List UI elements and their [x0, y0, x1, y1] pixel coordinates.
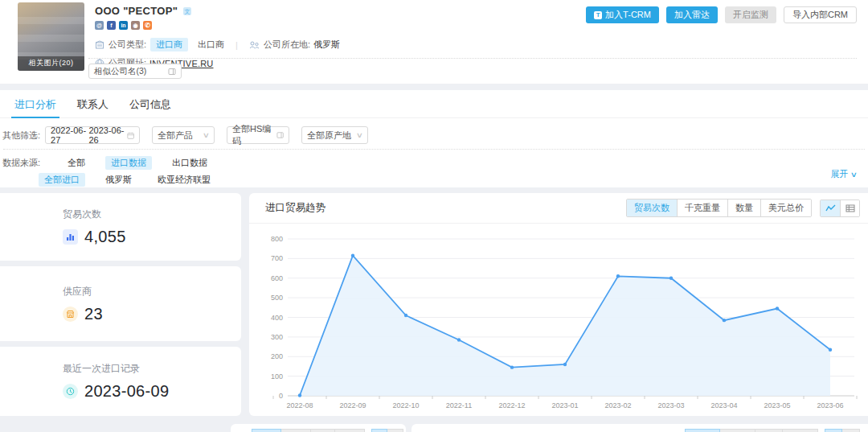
product-select[interactable]: 全部产品 ∨	[152, 126, 215, 144]
chevron-down-icon: ∨	[203, 131, 210, 139]
tab-company-info[interactable]: 公司信息	[129, 90, 171, 118]
chart-title: 进口贸易趋势	[265, 201, 326, 215]
toggle-quantity[interactable]: 数量	[727, 200, 760, 216]
date-range-picker[interactable]: 2022-06-27 2023-06-26	[45, 126, 140, 144]
stat-label: 贸易次数	[63, 208, 241, 221]
tab-bar: 进口分析 联系人 公司信息	[0, 90, 868, 118]
chevron-down-icon: ∨	[850, 171, 858, 179]
trend-line-chart[interactable]: 01002003004005006007008002022-082022-092…	[264, 229, 858, 413]
company-photo[interactable]: 相关图片(20)	[18, 2, 84, 71]
translate-icon[interactable]: 文	[182, 6, 192, 16]
stat-label: 供应商	[63, 285, 241, 298]
dotted-separator	[88, 58, 857, 59]
line-chart-view-icon[interactable]	[821, 200, 840, 216]
svg-text:0: 0	[279, 392, 283, 400]
sub-option-all-import[interactable]: 全部进口	[39, 173, 85, 187]
social-links: @ f in ◉ ✆	[95, 21, 340, 30]
panel-icon	[276, 131, 284, 139]
expand-link[interactable]: 展开 ∨	[830, 168, 857, 180]
source-option-all[interactable]: 全部	[62, 156, 91, 170]
exporter-tag[interactable]: 出口商	[198, 39, 224, 51]
svg-text:700: 700	[271, 254, 283, 262]
filter-label: 其他筛选:	[2, 130, 40, 142]
stat-card-suppliers: 供应商 23	[0, 266, 241, 341]
toggle-trade-count[interactable]: 贸易次数	[627, 200, 677, 216]
import-crm-button[interactable]: 导入内部CRM	[784, 6, 857, 23]
chart-header: 进口贸易趋势 贸易次数 千克重量 数量 美元总价	[249, 193, 868, 224]
data-source-label: 数据来源:	[2, 157, 40, 169]
svg-text:2023-06: 2023-06	[817, 401, 843, 409]
similar-company-select[interactable]: 相似公司名(3)	[88, 64, 182, 79]
svg-text:100: 100	[271, 372, 283, 381]
company-name: OOO "PECTOP"	[95, 5, 178, 17]
data-source-row: 数据来源: 全部 进口数据 出口数据	[2, 156, 213, 170]
svg-text:200: 200	[271, 352, 283, 360]
tab-import-analysis[interactable]: 进口分析	[14, 90, 56, 118]
svg-text:300: 300	[271, 333, 283, 341]
svg-text:2022-12: 2022-12	[498, 401, 525, 409]
stat-value: 2023-06-09	[84, 382, 169, 401]
crm-company-page: 相关图片(20) OOO "PECTOP" 文 @ f in ◉ ✆ 公司类型:…	[0, 0, 868, 432]
phone-icon[interactable]: ✆	[143, 21, 152, 30]
add-tcrm-button[interactable]: T 加入T-CRM	[586, 6, 659, 23]
date-start: 2022-06-27	[51, 125, 88, 145]
svg-text:2023-03: 2023-03	[657, 401, 684, 409]
svg-text:800: 800	[271, 235, 283, 243]
svg-text:2023-01: 2023-01	[551, 401, 578, 409]
origin-select[interactable]: 全部原产地 ∨	[301, 126, 368, 144]
add-radar-button[interactable]: 加入雷达	[666, 6, 718, 23]
svg-text:2023-05: 2023-05	[764, 401, 790, 409]
dotted-separator	[3, 149, 865, 150]
start-monitor-button[interactable]: 开启监测	[725, 6, 776, 23]
svg-text:2022-08: 2022-08	[286, 401, 313, 409]
tab-contacts[interactable]: 联系人	[77, 90, 108, 118]
source-option-export[interactable]: 出口数据	[166, 156, 213, 170]
origin-select-value: 全部原产地	[307, 130, 351, 142]
sub-option-eaeu[interactable]: 欧亚经济联盟	[152, 173, 216, 187]
similar-company-select-value: 相似公司名(3)	[94, 66, 146, 77]
instagram-icon[interactable]: ◉	[131, 21, 140, 30]
stat-label: 最近一次进口记录	[63, 362, 241, 376]
svg-text:2022-11: 2022-11	[446, 401, 472, 409]
svg-text:文: 文	[185, 7, 190, 14]
stat-card-last-import: 最近一次进口记录 2023-06-09	[0, 347, 241, 416]
svg-text:2022-09: 2022-09	[339, 401, 366, 409]
header-actions: T 加入T-CRM 加入雷达 开启监测 导入内部CRM	[586, 6, 857, 23]
sub-option-russia[interactable]: 俄罗斯	[100, 173, 137, 187]
company-type-icon	[95, 40, 104, 50]
facebook-icon[interactable]: f	[107, 21, 116, 30]
stat-card-trade-count: 贸易次数 4,055	[0, 193, 241, 261]
toggle-usd-total[interactable]: 美元总价	[760, 200, 811, 216]
source-option-import[interactable]: 进口数据	[105, 156, 152, 170]
photo-decor	[18, 17, 84, 24]
company-header: 相关图片(20) OOO "PECTOP" 文 @ f in ◉ ✆ 公司类型:…	[0, 0, 868, 84]
linkedin-icon[interactable]: in	[119, 21, 128, 30]
partial-toggle-group[interactable]	[685, 429, 860, 432]
photo-decor	[18, 35, 84, 42]
svg-text:2023-02: 2023-02	[604, 401, 631, 409]
svg-text:2023-04: 2023-04	[710, 401, 737, 409]
metric-toggle-group: 贸易次数 千克重量 数量 美元总价	[626, 199, 812, 217]
partial-toggle-group[interactable]	[252, 429, 403, 432]
svg-text:400: 400	[271, 314, 283, 322]
product-select-value: 全部产品	[158, 130, 193, 142]
filter-row: 其他筛选: 2022-06-27 2023-06-26 全部产品 ∨ 全部HS编…	[2, 126, 368, 144]
analysis-panel: 进口分析 联系人 公司信息 其他筛选: 2022-06-27 2023-06-2…	[0, 90, 868, 187]
table-view-icon[interactable]	[840, 200, 859, 216]
company-type-label: 公司类型:	[108, 39, 146, 51]
chevron-down-icon: ∨	[356, 131, 363, 139]
partial-card-left	[231, 424, 406, 432]
panel-icon	[168, 68, 176, 76]
hs-code-select[interactable]: 全部HS编码	[227, 126, 289, 144]
company-info: OOO "PECTOP" 文 @ f in ◉ ✆ 公司类型: 进口商 出口商 …	[95, 5, 340, 69]
related-images-label[interactable]: 相关图片(20)	[18, 56, 84, 71]
svg-text:600: 600	[271, 274, 283, 282]
date-end: 2023-06-26	[88, 125, 126, 145]
view-toggle-group	[820, 200, 860, 217]
vk-icon[interactable]: @	[95, 21, 104, 30]
toggle-kg-weight[interactable]: 千克重量	[677, 200, 727, 216]
partial-card-right	[411, 424, 868, 432]
divider: |	[235, 40, 238, 50]
importer-tag[interactable]: 进口商	[150, 38, 188, 51]
stat-value: 23	[84, 305, 103, 323]
